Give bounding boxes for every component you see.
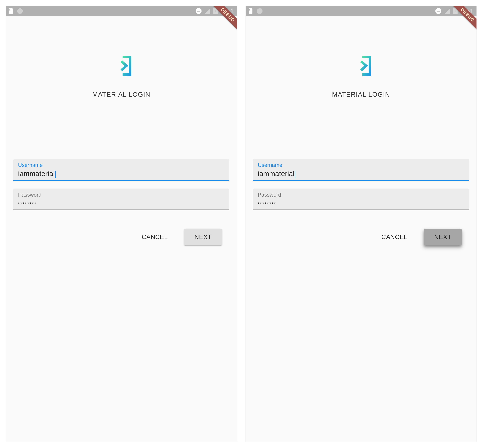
phone-screen-left: 8:51 DEBUG MATERIAL LOGIN bbox=[6, 6, 237, 442]
login-icon bbox=[349, 53, 374, 79]
app-title: MATERIAL LOGIN bbox=[92, 91, 150, 98]
username-field[interactable]: Username iammaterial bbox=[13, 159, 229, 181]
password-field[interactable]: Password •••••••• bbox=[253, 189, 469, 209]
status-bar: 8:51 bbox=[246, 6, 476, 16]
cancel-button[interactable]: CANCEL bbox=[380, 231, 409, 244]
login-content: MATERIAL LOGIN Username iammaterial Pass… bbox=[246, 16, 476, 245]
sim-icon bbox=[249, 8, 253, 14]
cancel-button[interactable]: CANCEL bbox=[140, 231, 169, 244]
signal-icon bbox=[444, 8, 450, 14]
username-field[interactable]: Username iammaterial bbox=[253, 159, 469, 181]
do-not-disturb-icon bbox=[435, 8, 441, 14]
next-button[interactable]: NEXT bbox=[184, 229, 222, 245]
username-value: iammaterial bbox=[18, 169, 56, 178]
password-value: •••••••• bbox=[258, 199, 464, 207]
sim-icon bbox=[9, 8, 13, 14]
do-not-disturb-icon bbox=[196, 8, 202, 14]
username-label: Username bbox=[258, 162, 464, 168]
username-value: iammaterial bbox=[258, 169, 295, 178]
app-title: MATERIAL LOGIN bbox=[332, 91, 390, 98]
signal-icon bbox=[205, 8, 210, 14]
password-label: Password bbox=[258, 192, 464, 198]
voice-search-icon bbox=[257, 8, 262, 14]
password-field[interactable]: Password •••••••• bbox=[13, 189, 229, 209]
next-button[interactable]: NEXT bbox=[424, 229, 462, 245]
phone-screen-right: 8:51 DEBUG MATERIAL LOGIN bbox=[246, 6, 476, 442]
status-bar: 8:51 bbox=[6, 6, 237, 16]
password-label: Password bbox=[18, 192, 225, 198]
username-label: Username bbox=[18, 162, 225, 168]
button-row: CANCEL NEXT bbox=[246, 217, 476, 245]
button-row: CANCEL NEXT bbox=[6, 217, 237, 245]
password-value: •••••••• bbox=[18, 199, 225, 207]
login-icon bbox=[109, 53, 134, 79]
voice-search-icon bbox=[17, 8, 23, 14]
login-content: MATERIAL LOGIN Username iammaterial Pass… bbox=[6, 16, 237, 245]
